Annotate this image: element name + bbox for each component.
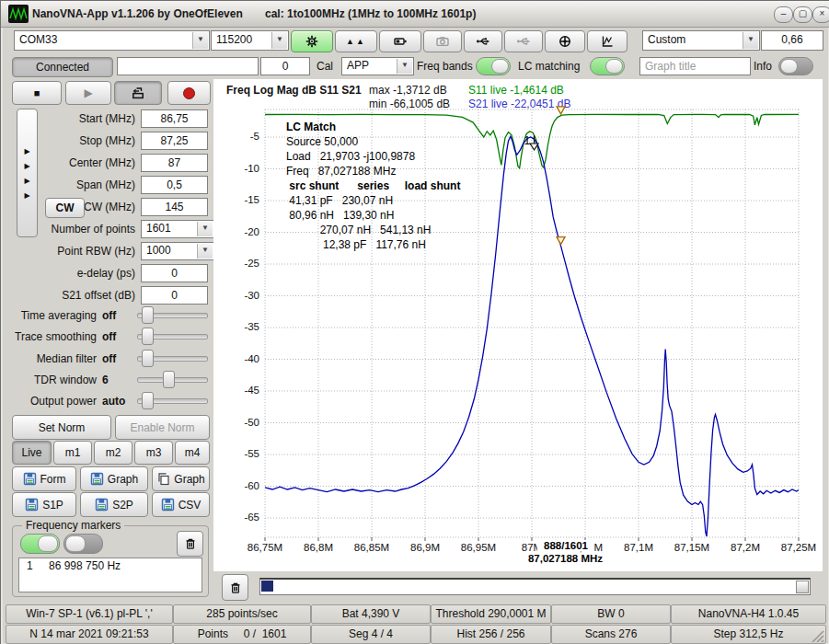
delete-markers-button[interactable] [177,531,203,557]
y-tick-label-5: -30 [226,290,259,301]
maximize-button[interactable]: ▢ [793,6,812,23]
slider-4[interactable] [137,392,208,408]
scale-value-input[interactable]: 0,66 [761,30,823,51]
slider-3[interactable] [137,371,208,386]
scrollbar-thumb[interactable] [261,581,273,592]
y-tick-label-10: -55 [226,448,259,459]
chevron-down-icon[interactable]: ▼ [192,32,208,49]
play-icon: ▶ [84,86,92,99]
markers-toggle-2[interactable] [63,534,103,554]
record-icon [183,87,195,99]
slider-1[interactable] [137,328,208,343]
field-label-8: S21 offset (dB) [10,289,135,302]
graph-panel: Freq Log Mag dB S11 S21 max -1,3712 dB m… [213,79,823,571]
capture-profile-select[interactable]: Custom▼ [642,30,760,51]
toggle-knob [65,535,86,552]
marker-list-item[interactable]: 186 998 750 Hz [19,558,201,574]
cal-label: Cal [317,60,333,73]
memory-button-live[interactable]: Live [12,441,52,465]
counter-input[interactable]: 0 [260,57,310,75]
field-input-2[interactable]: 87 [141,154,208,172]
close-button[interactable]: × [812,6,829,23]
connected-button[interactable]: Connected [12,57,113,77]
field-select-6[interactable]: 1000▼ [141,242,214,260]
status-cell-r1c5: BW 0 [551,604,671,624]
y-tick-label-6: -35 [226,321,259,332]
resize-grip-icon[interactable] [811,629,826,642]
graph-scrollbar[interactable] [259,578,811,595]
field-input-1[interactable]: 87,25 [141,132,208,150]
memory-button-m3[interactable]: m3 [134,441,173,465]
slider-thumb[interactable] [163,371,175,388]
save-graph-button-1[interactable]: Graph [80,466,148,491]
freq-bands-toggle[interactable] [476,57,511,75]
chevron-down-icon[interactable]: ▼ [197,222,213,236]
marker-frequency: 86 998 750 Hz [49,558,121,574]
field-input-7[interactable]: 0 [141,264,208,282]
save-s2p-button-4[interactable]: S2P [80,492,148,517]
slider-2[interactable] [137,350,208,365]
chevron-down-icon[interactable]: ▼ [743,32,758,49]
field-input-4[interactable]: 145 [141,198,208,216]
save-graph-button-2[interactable]: Graph [152,466,210,491]
marker-list[interactable]: 186 998 750 Hz [18,558,202,592]
usb-button[interactable] [464,30,502,52]
stop-button[interactable]: ■ [12,81,62,105]
markers-toggle-1[interactable] [20,534,60,554]
save-form-button-0[interactable]: Form [12,466,76,491]
cw-button[interactable]: CW [45,198,85,218]
memory-button-m2[interactable]: m2 [94,441,132,465]
memory-button-m4[interactable]: m4 [175,441,210,465]
chevron-down-icon[interactable]: ▼ [197,244,213,259]
chevron-down-icon[interactable]: ▼ [271,32,287,49]
scrollbar-end-button[interactable] [796,581,809,593]
cal-mode-value: APP [347,59,369,72]
usb-2-button[interactable] [504,30,543,52]
slider-thumb[interactable] [142,328,154,345]
camera-button[interactable] [423,30,462,52]
target-button[interactable] [545,30,585,52]
field-label-0: Start (MHz) [10,112,135,125]
lc-match-readout: LC MatchSource 50,000Load 21,9703 -j100,… [286,120,460,252]
cal-mode-select[interactable]: APP▼ [341,57,414,75]
graph-title-input[interactable]: Graph title [639,57,751,75]
record-button[interactable] [167,81,211,105]
save-s1p-button-3[interactable]: S1P [12,492,76,517]
trash-icon [183,536,198,551]
gear-button[interactable] [291,30,333,52]
x-tick-label-0: 86,75M [243,542,287,553]
import-sweep-button[interactable] [114,81,162,105]
enable-norm-button[interactable]: Enable Norm [115,415,210,440]
set-norm-button[interactable]: Set Norm [12,415,111,440]
com-port-select[interactable]: COM33▼ [14,30,210,51]
copy-icon [156,472,170,486]
baud-rate-select[interactable]: 115200▼ [211,30,289,51]
field-input-8[interactable]: 0 [141,286,208,305]
minimize-button[interactable]: – [774,6,793,23]
lc-matching-toggle[interactable] [590,57,625,75]
up-arrows-button[interactable]: ▲▲ [335,30,377,52]
field-input-0[interactable]: 86,75 [141,109,208,128]
slider-label-0: Time averaging [1,309,97,322]
clear-graph-button[interactable] [222,574,248,601]
floppy-icon [90,472,104,486]
field-label-3: Span (MHz) [10,178,135,191]
slider-thumb[interactable] [142,392,154,409]
save-csv-button-5[interactable]: CSV [152,492,210,517]
field-select-5[interactable]: 1601▼ [141,220,214,238]
play-button[interactable]: ▶ [65,81,111,105]
memory-button-m1[interactable]: m1 [53,441,92,465]
graph-button[interactable] [587,30,628,52]
slider-0[interactable] [137,306,208,322]
slider-thumb[interactable] [142,350,154,367]
info-toggle[interactable] [778,57,813,75]
status-cell-r2c6: Step 312,5 Hz [671,625,826,644]
side-expander-strip[interactable]: ▶ ▶ ▶ ▶ [17,109,38,237]
x-tick-label-3: 86,9M [403,542,447,553]
chevron-down-icon[interactable]: ▼ [397,59,412,74]
slider-thumb[interactable] [142,306,154,324]
message-input[interactable] [117,57,259,75]
battery-button[interactable] [379,30,421,52]
stop-icon: ■ [34,87,40,98]
field-input-3[interactable]: 0,5 [141,176,208,194]
